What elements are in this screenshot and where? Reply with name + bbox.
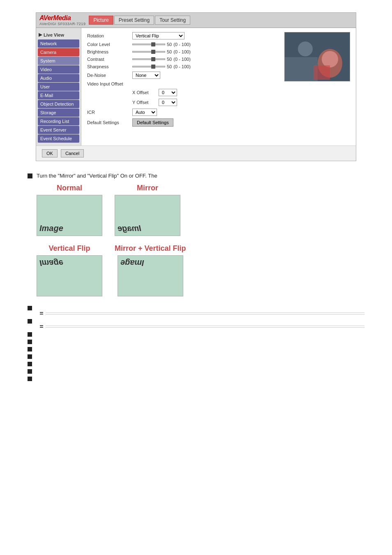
bullet-b6: [28, 353, 364, 359]
sharpness-slider-track[interactable]: [132, 66, 165, 67]
color-level-label: Color Level: [87, 42, 132, 47]
sharpness-slider-thumb[interactable]: [151, 65, 155, 69]
denoise-select[interactable]: None Low Medium High: [132, 72, 160, 79]
logo-avermedia: AVerMedia: [39, 14, 85, 22]
bullet-b5: [28, 346, 364, 352]
brightness-label: Brightness: [87, 49, 132, 54]
y-offset-row: Y Offset 0 1 2: [132, 99, 280, 106]
color-level-range: (0 - 100): [173, 42, 191, 47]
bullet-icon-1: [28, 173, 32, 178]
settings-form: Rotation Vertical Flip Normal Mirror Mir…: [87, 32, 280, 141]
rotation-label: Rotation: [87, 33, 132, 38]
icr-row: ICR Auto On Off: [87, 109, 280, 116]
app-body: ▶ Live View Network Camera System Video …: [36, 28, 356, 146]
icr-control: Auto On Off: [132, 109, 157, 116]
ok-button[interactable]: OK: [42, 149, 58, 157]
contrast-value: 50: [167, 57, 172, 62]
mirror-title: Mirror: [137, 184, 158, 192]
normal-col: Normal Image: [37, 184, 102, 236]
sidebar-item-user[interactable]: User: [38, 83, 79, 91]
sidebar-item-audio[interactable]: Audio: [38, 74, 79, 82]
dash-icon-b1-2: [40, 314, 43, 314]
app-window: AVerMedia AVerDIGI SF033AR-7219 Picture …: [36, 12, 356, 161]
y-offset-label: Y Offset: [132, 100, 157, 105]
sharpness-control: 50 (0 - 100): [132, 64, 191, 69]
cancel-button[interactable]: Cancel: [61, 149, 84, 157]
bullet-icon-b8: [28, 369, 32, 374]
rotation-select[interactable]: Vertical Flip Normal Mirror Mirror + Ver…: [132, 32, 184, 39]
video-input-row: Video Input Offset: [87, 81, 280, 86]
flip-diagram-bottom: Vertical Flip Image Mirror + Vertical Fl…: [37, 244, 364, 296]
color-level-slider-thumb[interactable]: [151, 42, 155, 46]
brightness-control: 50 (0 - 100): [132, 49, 191, 54]
vflip-box: Image: [37, 255, 102, 296]
sidebar-item-system[interactable]: System: [38, 57, 79, 65]
mirror-box: Image: [115, 195, 180, 236]
sidebar-item-event-server[interactable]: Event Server: [38, 126, 79, 134]
bullet-b1: [28, 305, 364, 310]
logo-area: AVerMedia AVerDIGI SF033AR-7219: [39, 14, 85, 26]
icr-select[interactable]: Auto On Off: [132, 109, 157, 116]
svg-point-5: [298, 42, 313, 56]
mirror-vflip-text: Image: [120, 258, 144, 268]
tab-preset[interactable]: Preset Setting: [114, 16, 154, 25]
bullet-b3: [28, 331, 364, 337]
tab-picture[interactable]: Picture: [89, 16, 113, 25]
x-offset-row: X Offset 0 1 2: [132, 89, 280, 96]
tab-tour[interactable]: Tour Setting: [155, 16, 190, 25]
brightness-slider-thumb[interactable]: [151, 50, 155, 54]
sidebar-item-video[interactable]: Video: [38, 65, 79, 74]
dash-icon-b2-1: [40, 325, 43, 326]
color-level-slider-track[interactable]: [132, 44, 165, 45]
bullet-icon-b6: [28, 354, 32, 359]
bullet-icon-b5: [28, 347, 32, 352]
sharpness-value: 50: [167, 64, 172, 69]
dash-icon-b2-2: [40, 327, 43, 328]
bullet-b4: [28, 338, 364, 344]
svg-rect-4: [314, 65, 330, 80]
bullet-icon-b1: [28, 306, 32, 310]
sidebar-item-email[interactable]: E-Mail: [38, 91, 79, 99]
sidebar: ▶ Live View Network Camera System Video …: [36, 28, 81, 146]
default-settings-row: Default Settings Default Settings: [87, 118, 280, 127]
x-offset-select[interactable]: 0 1 2: [159, 89, 177, 96]
video-input-label: Video Input Offset: [87, 81, 132, 86]
dash-icon-b1-1: [40, 312, 43, 313]
sidebar-item-object-detection[interactable]: Object Detection: [38, 100, 79, 108]
brightness-slider-track[interactable]: [132, 51, 165, 53]
brightness-row: Brightness 50 (0 - 100): [87, 49, 280, 54]
contrast-slider-track[interactable]: [132, 58, 165, 60]
mirror-vflip-title: Mirror + Vertical Flip: [115, 244, 186, 253]
bullet-icon-b9: [28, 377, 32, 381]
sidebar-item-storage[interactable]: Storage: [38, 109, 79, 117]
bullet-b7: [28, 361, 364, 366]
sidebar-item-network[interactable]: Network: [38, 39, 79, 48]
brightness-value: 50: [167, 49, 172, 54]
default-settings-label: Default Settings: [87, 120, 132, 125]
sidebar-item-event-schedule[interactable]: Event Schedule: [38, 134, 79, 143]
flip-diagram-top: Normal Image Mirror Image: [37, 184, 364, 236]
icr-label: ICR: [87, 110, 132, 115]
sharpness-row: Sharpness 50 (0 - 100): [87, 64, 280, 69]
sidebar-live-view[interactable]: ▶ Live View: [36, 30, 81, 39]
sidebar-item-camera[interactable]: Camera: [38, 48, 79, 56]
y-offset-control: Y Offset 0 1 2: [132, 99, 177, 106]
rotation-control: Vertical Flip Normal Mirror Mirror + Ver…: [132, 32, 184, 39]
vflip-col: Vertical Flip Image: [37, 244, 102, 296]
content-section: Turn the "Mirror" and "Vertical Flip" On…: [28, 173, 364, 381]
tabs-bar: Picture Preset Setting Tour Setting: [89, 16, 190, 25]
camera-preview-image: [285, 32, 350, 81]
sidebar-item-recording-list[interactable]: Recording List: [38, 117, 79, 125]
denoise-label: De-Noise: [87, 73, 132, 78]
dash-b2-2: [40, 327, 364, 328]
camera-preview: [284, 32, 350, 81]
denoise-control: None Low Medium High: [132, 72, 160, 79]
bullet-b9: [28, 375, 364, 381]
contrast-slider-thumb[interactable]: [151, 57, 155, 61]
live-view-label: Live View: [44, 32, 64, 37]
mirror-vflip-box: Image: [118, 255, 183, 296]
denoise-row: De-Noise None Low Medium High: [87, 72, 280, 79]
normal-box: Image: [37, 195, 102, 236]
y-offset-select[interactable]: 0 1 2: [159, 99, 177, 106]
default-settings-button[interactable]: Default Settings: [132, 118, 173, 127]
